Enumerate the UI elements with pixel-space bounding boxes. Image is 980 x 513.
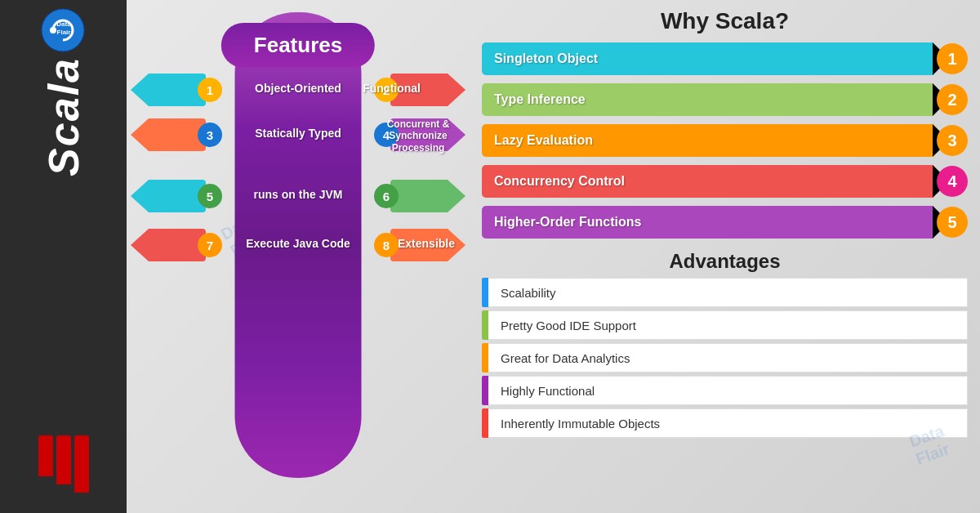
feature-1-left-arrow (131, 74, 206, 106)
adv-item-4: Highly Functional (482, 376, 968, 405)
feature-4-left-arrow (131, 229, 206, 261)
feature-num-1: 1 (198, 78, 222, 102)
features-title-wrap: Features (221, 19, 375, 68)
why-label-1: Singleton Object (494, 51, 598, 66)
adv-bar-3 (482, 343, 488, 372)
dataflair-logo: Data Flair (41, 8, 86, 53)
arrow-tip-r3 (448, 180, 466, 212)
scala-vertical-text: Scala (42, 57, 85, 176)
logo-area: Data Flair Scala (41, 8, 86, 176)
arrow-tip-1 (131, 74, 149, 106)
why-num-2: 2 (937, 84, 968, 115)
adv-text-1: Scalability (501, 286, 556, 300)
red-bar-2 (56, 435, 71, 484)
concurrent-label: Concurrent & Synchronize Processing (381, 118, 455, 154)
feature-label-7: Execute Java Code (246, 237, 350, 250)
why-item-4: Concurrency Control 4 (482, 163, 968, 199)
why-item-5: Higher-Order Functions 5 (482, 204, 968, 240)
arrow-tip-4 (131, 229, 149, 261)
features-title: Features (221, 23, 375, 68)
features-wrapper: Features 1 Object-Oriented 2 (127, 12, 470, 478)
main-content: Features 1 Object-Oriented 2 (127, 0, 980, 513)
adv-item-1: Scalability (482, 278, 968, 307)
adv-text-5: Inherently Immutable Objects (501, 417, 660, 430)
adv-content-3: Great for Data Analytics (488, 343, 968, 372)
sidebar: Data Flair Scala (0, 0, 127, 513)
adv-bar-4 (482, 376, 488, 405)
why-scala-section: Why Scala? Singleton Object 1 Type Infer… (470, 0, 980, 513)
adv-text-4: Highly Functional (501, 384, 595, 398)
adv-content-2: Pretty Good IDE Support (488, 310, 968, 340)
feature-3-right-arrow: 6 (374, 180, 466, 212)
why-arrow-5: Higher-Order Functions (482, 206, 933, 239)
adv-bar-2 (482, 310, 488, 340)
why-num-5: 5 (937, 207, 968, 238)
why-num-4: 4 (937, 166, 968, 197)
why-label-2: Type Inference (494, 92, 586, 107)
adv-content-5: Inherently Immutable Objects (488, 408, 968, 438)
why-num-1: 1 (937, 43, 968, 74)
adv-item-2: Pretty Good IDE Support (482, 310, 968, 340)
why-arrow-3: Lazy Evaluation (482, 124, 933, 157)
feature-3-left-arrow (131, 180, 206, 212)
why-item-2: Type Inference 2 (482, 82, 968, 118)
feature-num-6: 6 (374, 184, 399, 208)
decorative-bars (38, 435, 89, 505)
why-arrow-4: Concurrency Control (482, 165, 933, 198)
why-label-3: Lazy Evaluation (494, 133, 593, 148)
feature-num-3: 3 (198, 123, 222, 147)
arrow-body-r3 (390, 180, 448, 212)
why-label-4: Concurrency Control (494, 174, 625, 189)
feature-num-8: 8 (374, 233, 399, 257)
feature-row-3: 5 runs on the JVM 6 (127, 180, 470, 212)
adv-content-4: Highly Functional (488, 376, 968, 405)
feature-label-3: Statically Typed (255, 127, 341, 140)
svg-text:Data: Data (56, 20, 71, 28)
svg-text:Flair: Flair (57, 29, 71, 36)
why-scala-title: Why Scala? (482, 8, 968, 34)
feature-num-5: 5 (198, 184, 222, 208)
adv-item-3: Great for Data Analytics (482, 343, 968, 372)
red-bar-1 (38, 435, 53, 476)
why-label-5: Higher-Order Functions (494, 215, 641, 230)
arrow-tip-2 (131, 118, 149, 151)
extensible-label-r: Extensible (398, 237, 455, 250)
adv-text-2: Pretty Good IDE Support (501, 319, 636, 332)
why-arrow-1: Singleton Object (482, 42, 933, 75)
feature-label-1: Object-Oriented (239, 82, 358, 95)
why-item-1: Singleton Object 1 (482, 41, 968, 77)
adv-bar-5 (482, 408, 488, 438)
why-arrow-2: Type Inference (482, 83, 933, 116)
features-section: Features 1 Object-Oriented 2 (127, 0, 470, 513)
arrow-tip-r1 (448, 74, 466, 106)
advantages-title: Advantages (482, 250, 968, 273)
adv-item-5: Inherently Immutable Objects (482, 408, 968, 438)
adv-text-3: Great for Data Analytics (501, 351, 630, 365)
why-item-3: Lazy Evaluation 3 (482, 123, 968, 158)
red-bar-3 (74, 435, 89, 493)
adv-bar-1 (482, 278, 488, 307)
functional-label: Functional (363, 82, 421, 95)
feature-2-left-arrow (131, 118, 206, 151)
feature-label-5: runs on the JVM (254, 188, 343, 201)
adv-content-1: Scalability (488, 278, 968, 307)
feature-num-7: 7 (198, 233, 222, 257)
arrow-tip-3 (131, 180, 149, 212)
svg-point-1 (50, 27, 56, 33)
why-num-3: 3 (937, 125, 968, 156)
